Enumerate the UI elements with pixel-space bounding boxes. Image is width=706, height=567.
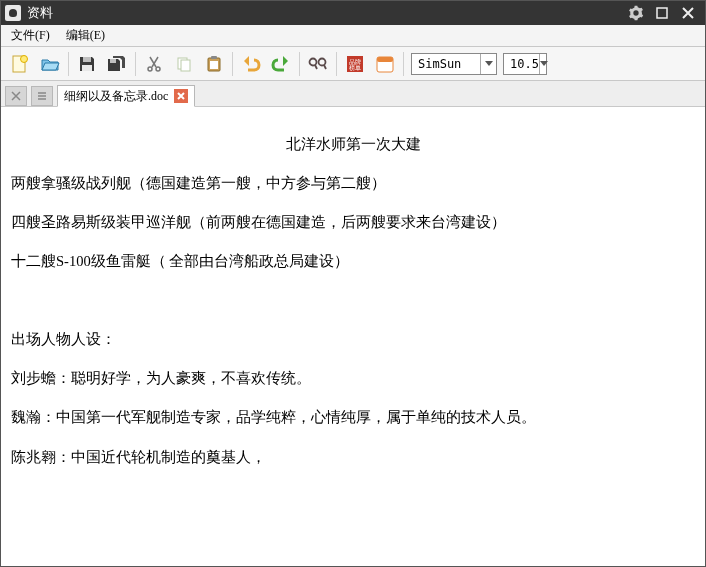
doc-line [11, 291, 695, 311]
svg-rect-19 [377, 57, 393, 62]
red-tool-button[interactable]: 品牌榜单 [341, 50, 369, 78]
cut-button[interactable] [140, 50, 168, 78]
doc-line: 出场人物人设： [11, 330, 695, 350]
titlebar: 资料 [1, 1, 705, 25]
app-icon [5, 5, 21, 21]
tab-list-button[interactable] [31, 86, 53, 106]
calendar-button[interactable] [371, 50, 399, 78]
doc-line: 两艘拿骚级战列舰（德国建造第一艘，中方参与第二艘） [11, 174, 695, 194]
svg-rect-11 [211, 56, 217, 59]
paste-button[interactable] [200, 50, 228, 78]
tab-label: 细纲以及备忘录.doc [64, 88, 168, 105]
doc-title: 北洋水师第一次大建 [11, 135, 695, 155]
doc-line: 魏瀚：中国第一代军舰制造专家，品学纯粹，心情纯厚，属于单纯的技术人员。 [11, 408, 695, 428]
font-name-value: SimSun [418, 57, 461, 71]
close-all-tabs-button[interactable] [5, 86, 27, 106]
maximize-button[interactable] [649, 1, 675, 25]
svg-rect-12 [210, 61, 218, 69]
svg-rect-9 [181, 60, 190, 71]
svg-point-6 [148, 67, 152, 71]
svg-rect-3 [83, 57, 91, 62]
find-button[interactable] [304, 50, 332, 78]
svg-point-13 [310, 58, 317, 65]
doc-line: 四艘圣路易斯级装甲巡洋舰（前两艘在德国建造，后两艘要求来台湾建设） [11, 213, 695, 233]
svg-rect-0 [657, 8, 667, 18]
font-size-select[interactable]: 10.5 [503, 53, 547, 75]
document-editor[interactable]: 北洋水师第一次大建 两艘拿骚级战列舰（德国建造第一艘，中方参与第二艘） 四艘圣路… [1, 107, 705, 495]
close-window-button[interactable] [675, 1, 701, 25]
tabbar: 细纲以及备忘录.doc [1, 81, 705, 107]
redo-button[interactable] [267, 50, 295, 78]
copy-button[interactable] [170, 50, 198, 78]
save-button[interactable] [73, 50, 101, 78]
new-button[interactable] [6, 50, 34, 78]
font-name-select[interactable]: SimSun [411, 53, 497, 75]
svg-point-7 [156, 67, 160, 71]
doc-line: 陈兆翱：中国近代轮机制造的奠基人， [11, 448, 695, 468]
menu-file[interactable]: 文件(F) [3, 24, 58, 47]
chevron-down-icon [539, 54, 548, 74]
settings-button[interactable] [623, 1, 649, 25]
save-all-button[interactable] [103, 50, 131, 78]
chevron-down-icon [480, 54, 496, 74]
menu-edit[interactable]: 编辑(E) [58, 24, 113, 47]
open-button[interactable] [36, 50, 64, 78]
svg-point-2 [21, 55, 28, 62]
svg-text:榜单: 榜单 [349, 65, 361, 71]
font-size-value: 10.5 [510, 57, 539, 71]
doc-line: 十二艘S-100级鱼雷艇（ 全部由台湾船政总局建设） [11, 252, 695, 272]
svg-point-14 [319, 58, 326, 65]
active-tab[interactable]: 细纲以及备忘录.doc [57, 85, 195, 107]
close-tab-button[interactable] [174, 89, 188, 103]
doc-line: 刘步蟾：聪明好学，为人豪爽，不喜欢传统。 [11, 369, 695, 389]
toolbar: 品牌榜单 SimSun 10.5 [1, 47, 705, 81]
menubar: 文件(F) 编辑(E) [1, 25, 705, 47]
undo-button[interactable] [237, 50, 265, 78]
svg-rect-4 [82, 65, 92, 71]
window-title: 资料 [27, 4, 53, 22]
svg-rect-5 [110, 59, 116, 63]
